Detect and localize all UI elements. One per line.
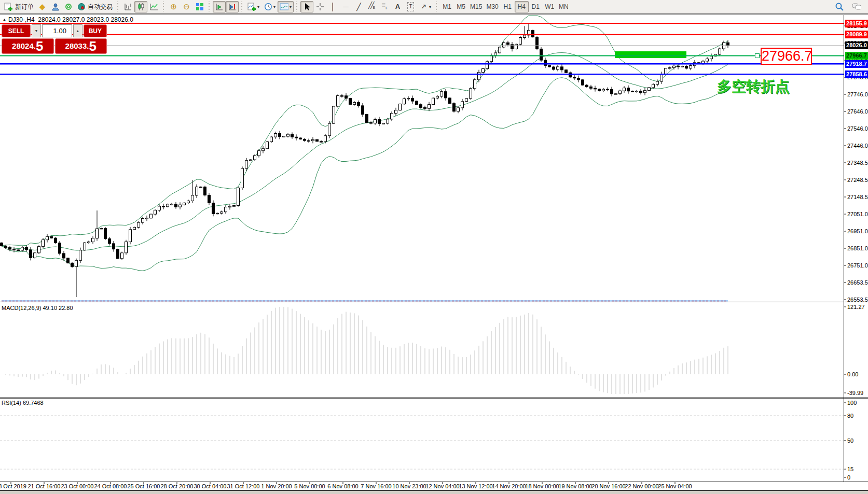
sell-button[interactable]: SELL [2, 24, 31, 37]
one-click-trade-panel: SELL ▼ ▲ BUY 28024.5 28033.5 [2, 24, 107, 54]
chart-symbol-period: DJ30-,H4 [8, 16, 35, 23]
channel-icon: ╱╱E [367, 3, 376, 11]
sell-price-button[interactable]: 28024.5 [2, 38, 54, 54]
channel-button[interactable]: ╱╱E [365, 1, 378, 12]
crosshair-icon [315, 3, 324, 11]
candlestick-button[interactable] [134, 1, 147, 12]
text-icon: A [393, 3, 402, 11]
timeframe-m1[interactable]: M1 [440, 1, 454, 12]
collapse-panel-icon[interactable]: ▲ [2, 17, 7, 22]
market-watch-button[interactable] [49, 1, 62, 12]
search-icon [835, 3, 844, 11]
timeframe-m5[interactable]: M5 [454, 1, 468, 12]
timeframe-d1[interactable]: D1 [529, 1, 543, 12]
macd-indicator-label: MACD(12,26,9) 49.10 22.80 [2, 305, 73, 311]
text-button[interactable]: A [391, 1, 404, 12]
dropdown-arrow-icon: ▾ [273, 5, 275, 9]
signals-button[interactable] [62, 1, 75, 12]
person-icon [51, 3, 60, 11]
candlestick-icon [136, 3, 145, 11]
timeframe-mn-label: MN [559, 3, 569, 10]
bollinger-middle-band [2, 53, 728, 250]
timeframe-d1-label: D1 [532, 3, 540, 10]
line-chart-icon [149, 3, 158, 11]
autotrading-button-label: 自动交易 [88, 3, 113, 11]
autotrading-icon [77, 3, 86, 11]
toolbar-separator [208, 2, 211, 12]
toolbar-separator [240, 2, 244, 12]
timeframe-m5-label: M5 [457, 3, 465, 10]
timeframe-m30[interactable]: M30 [484, 1, 500, 12]
timeframe-h4[interactable]: H4 [515, 1, 529, 12]
green-zone-rect [615, 51, 686, 58]
toolbar-separator [295, 2, 299, 12]
fibonacci-button[interactable]: ≡F [378, 1, 391, 12]
indicators-button[interactable]: ▾ [245, 1, 261, 12]
dropdown-arrow-icon: ▾ [290, 5, 292, 9]
timeframe-w1[interactable]: W1 [543, 1, 557, 12]
charts-button[interactable]: ◆ [36, 1, 49, 12]
auto-scroll-icon [215, 3, 224, 11]
timeframe-m30-label: M30 [486, 3, 498, 10]
trendline-handle[interactable] [755, 53, 760, 58]
zoom-out-icon: ⊖ [182, 3, 191, 11]
fibonacci-icon: ≡F [380, 3, 389, 11]
tile-windows-icon [195, 3, 204, 11]
indicators-icon [247, 3, 256, 11]
toolbar-separator [435, 2, 438, 12]
chat-icon [852, 3, 861, 11]
auto-scroll-button[interactable] [213, 1, 226, 12]
zoom-in-button[interactable]: ⊕ [167, 1, 180, 12]
zoom-out-button[interactable]: ⊖ [180, 1, 193, 12]
template-icon [280, 3, 288, 11]
horizontal-line-button[interactable]: ─ [339, 1, 352, 12]
periods-button[interactable]: ▾ [261, 1, 278, 12]
vline-icon: │ [328, 3, 337, 11]
cursor-icon [302, 3, 311, 11]
sell-price-main: 28024. [12, 39, 36, 53]
text-label-icon: T [406, 3, 415, 11]
new-order-button-label: 新订单 [15, 3, 34, 11]
line-chart-button[interactable] [147, 1, 160, 12]
hline-icon: ─ [341, 3, 350, 11]
buy-button[interactable]: BUY [84, 24, 107, 37]
chart-annotation-text: 多空转折点 [717, 77, 790, 96]
volume-decrease-button[interactable]: ▼ [32, 24, 41, 37]
timeframe-m15-label: M15 [470, 3, 482, 10]
buy-price-main: 28033. [65, 39, 89, 53]
toolbar: 新订单◆自动交易⊕⊖▾▾▾│─╱╱╱E≡FAT↗▾M1M5M15M30H1H4D… [0, 0, 868, 14]
vertical-line-button[interactable]: │ [326, 1, 339, 12]
gold-diamond-icon: ◆ [38, 3, 47, 11]
dropdown-arrow-icon: ▾ [429, 5, 431, 9]
new-order-icon [4, 3, 13, 11]
volume-increase-button[interactable]: ▲ [73, 24, 82, 37]
search-button[interactable] [833, 1, 846, 12]
crosshair-button[interactable] [313, 1, 326, 12]
toolbar-separator [162, 2, 166, 12]
volume-input[interactable] [42, 24, 72, 37]
timeframe-mn[interactable]: MN [557, 1, 571, 12]
timeframe-m1-label: M1 [443, 3, 451, 10]
buy-price-button[interactable]: 28033.5 [55, 38, 107, 54]
new-order-button[interactable]: 新订单 [2, 1, 36, 12]
templates-button[interactable]: ▾ [278, 1, 294, 12]
chat-button[interactable] [850, 1, 863, 12]
clock-icon [264, 3, 272, 11]
toolbar-right-group [833, 1, 868, 12]
cursor-button[interactable] [300, 1, 313, 12]
toolbar-separator [116, 2, 120, 12]
arrows-icon: ↗ [419, 3, 428, 11]
timeframe-h1[interactable]: H1 [501, 1, 515, 12]
timeframe-m15[interactable]: M15 [468, 1, 484, 12]
bar-chart-button[interactable] [121, 1, 134, 12]
tile-windows-button[interactable] [193, 1, 206, 12]
macd-histogram-layer [6, 307, 728, 394]
trendline-button[interactable]: ╱ [352, 1, 365, 12]
chart-title: DJ30-,H4 28024.0 28027.0 28023.0 28026.0 [8, 16, 133, 23]
text-label-button[interactable]: T [404, 1, 417, 12]
arrows-button[interactable]: ↗▾ [417, 1, 433, 12]
chart-shift-button[interactable] [226, 1, 239, 12]
chart-canvas [0, 0, 868, 494]
price-callout-label: 27966.7 [761, 48, 812, 65]
autotrading-button[interactable]: 自动交易 [75, 1, 115, 12]
